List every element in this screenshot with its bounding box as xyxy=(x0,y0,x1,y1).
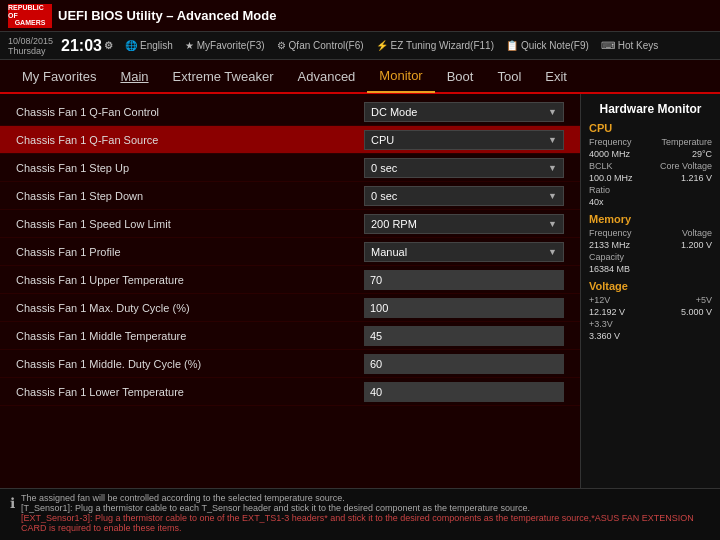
setting-row[interactable]: Chassis Fan 1 Max. Duty Cycle (%)100 xyxy=(0,294,580,322)
chevron-down-icon: ▼ xyxy=(548,219,557,229)
setting-row[interactable]: Chassis Fan 1 Q-Fan SourceCPU▼ xyxy=(0,126,580,154)
top-bar: REPUBLIC OF GAMERS UEFI BIOS Utility – A… xyxy=(0,0,720,32)
note-icon: 📋 xyxy=(506,40,518,51)
setting-row[interactable]: Chassis Fan 1 Speed Low Limit200 RPM▼ xyxy=(0,210,580,238)
setting-value[interactable]: 40 xyxy=(364,382,564,402)
setting-label: Chassis Fan 1 Speed Low Limit xyxy=(16,218,364,230)
info-icon: ℹ xyxy=(10,495,15,540)
hardware-monitor-panel: Hardware Monitor CPU Frequency Temperatu… xyxy=(580,94,720,488)
bios-title: UEFI BIOS Utility – Advanced Mode xyxy=(58,8,276,23)
volt-33-label: +3.3V xyxy=(589,319,712,329)
setting-dropdown[interactable]: 0 sec▼ xyxy=(364,158,564,178)
setting-value[interactable]: 60 xyxy=(364,354,564,374)
setting-label: Chassis Fan 1 Q-Fan Source xyxy=(16,134,364,146)
info-bar: ℹ The assigned fan will be controlled ac… xyxy=(0,488,720,540)
time-bar: 10/08/2015 Thursday 21:03 ⚙ 🌐 English ★ … xyxy=(0,32,720,60)
star-icon: ★ xyxy=(185,40,194,51)
cpu-bclk-voltage-labels: BCLK Core Voltage xyxy=(589,161,712,171)
mem-freq-voltage-labels: Frequency Voltage xyxy=(589,228,712,238)
setting-row[interactable]: Chassis Fan 1 Lower Temperature40 xyxy=(0,378,580,406)
chevron-down-icon: ▼ xyxy=(548,191,557,201)
hot-keys-btn[interactable]: ⌨ Hot Keys xyxy=(601,40,659,51)
main-area: Chassis Fan 1 Q-Fan ControlDC Mode▼Chass… xyxy=(0,94,720,488)
setting-dropdown[interactable]: 200 RPM▼ xyxy=(364,214,564,234)
settings-gear-icon[interactable]: ⚙ xyxy=(104,40,113,51)
setting-value[interactable]: 100 xyxy=(364,298,564,318)
setting-row[interactable]: Chassis Fan 1 Q-Fan ControlDC Mode▼ xyxy=(0,98,580,126)
memory-section-title: Memory xyxy=(589,213,712,225)
setting-value[interactable]: 45 xyxy=(364,326,564,346)
voltage-section-title: Voltage xyxy=(589,280,712,292)
setting-dropdown[interactable]: Manual▼ xyxy=(364,242,564,262)
info-text: The assigned fan will be controlled acco… xyxy=(21,493,710,540)
nav-exit[interactable]: Exit xyxy=(533,59,579,93)
volt-12-5-values: 12.192 V 5.000 V xyxy=(589,307,712,317)
nav-advanced[interactable]: Advanced xyxy=(286,59,368,93)
setting-dropdown[interactable]: 0 sec▼ xyxy=(364,186,564,206)
setting-label: Chassis Fan 1 Profile xyxy=(16,246,364,258)
cpu-freq-temp-labels: Frequency Temperature xyxy=(589,137,712,147)
asus-logo: REPUBLIC OF GAMERS xyxy=(8,4,52,28)
keyboard-icon: ⌨ xyxy=(601,40,615,51)
nav-tool[interactable]: Tool xyxy=(485,59,533,93)
quick-note-btn[interactable]: 📋 Quick Note(F9) xyxy=(506,40,589,51)
ez-icon: ⚡ xyxy=(376,40,388,51)
language-selector[interactable]: 🌐 English xyxy=(125,40,173,51)
cpu-ratio-value: 40x xyxy=(589,197,712,207)
setting-label: Chassis Fan 1 Step Up xyxy=(16,162,364,174)
mem-freq-voltage-values: 2133 MHz 1.200 V xyxy=(589,240,712,250)
setting-row[interactable]: Chassis Fan 1 Middle Temperature45 xyxy=(0,322,580,350)
setting-label: Chassis Fan 1 Middle. Duty Cycle (%) xyxy=(16,358,364,370)
cpu-bclk-voltage-values: 100.0 MHz 1.216 V xyxy=(589,173,712,183)
cpu-section-title: CPU xyxy=(589,122,712,134)
nav-my-favorites[interactable]: My Favorites xyxy=(10,59,108,93)
setting-label: Chassis Fan 1 Middle Temperature xyxy=(16,330,364,342)
my-favorite-btn[interactable]: ★ MyFavorite(F3) xyxy=(185,40,265,51)
qfan-control-btn[interactable]: ⚙ Qfan Control(F6) xyxy=(277,40,364,51)
setting-dropdown[interactable]: CPU▼ xyxy=(364,130,564,150)
setting-label: Chassis Fan 1 Upper Temperature xyxy=(16,274,364,286)
nav-boot[interactable]: Boot xyxy=(435,59,486,93)
setting-label: Chassis Fan 1 Q-Fan Control xyxy=(16,106,364,118)
nav-main[interactable]: Main xyxy=(108,59,160,93)
chevron-down-icon: ▼ xyxy=(548,135,557,145)
settings-list: Chassis Fan 1 Q-Fan ControlDC Mode▼Chass… xyxy=(0,94,580,488)
setting-row[interactable]: Chassis Fan 1 Step Up0 sec▼ xyxy=(0,154,580,182)
ez-tuning-btn[interactable]: ⚡ EZ Tuning Wizard(F11) xyxy=(376,40,494,51)
setting-dropdown[interactable]: DC Mode▼ xyxy=(364,102,564,122)
mem-capacity-label: Capacity xyxy=(589,252,712,262)
nav-bar: My Favorites Main Extreme Tweaker Advanc… xyxy=(0,60,720,94)
volt-33-value: 3.360 V xyxy=(589,331,712,341)
nav-extreme-tweaker[interactable]: Extreme Tweaker xyxy=(161,59,286,93)
chevron-down-icon: ▼ xyxy=(548,247,557,257)
setting-label: Chassis Fan 1 Max. Duty Cycle (%) xyxy=(16,302,364,314)
chevron-down-icon: ▼ xyxy=(548,163,557,173)
setting-row[interactable]: Chassis Fan 1 ProfileManual▼ xyxy=(0,238,580,266)
setting-row[interactable]: Chassis Fan 1 Upper Temperature70 xyxy=(0,266,580,294)
time-display: 21:03 ⚙ xyxy=(61,37,113,55)
nav-monitor[interactable]: Monitor xyxy=(367,59,434,93)
mem-capacity-value: 16384 MB xyxy=(589,264,712,274)
cpu-freq-temp-values: 4000 MHz 29°C xyxy=(589,149,712,159)
fan-icon: ⚙ xyxy=(277,40,286,51)
globe-icon: 🌐 xyxy=(125,40,137,51)
setting-row[interactable]: Chassis Fan 1 Middle. Duty Cycle (%)60 xyxy=(0,350,580,378)
setting-row[interactable]: Chassis Fan 1 Step Down0 sec▼ xyxy=(0,182,580,210)
logo-area: REPUBLIC OF GAMERS UEFI BIOS Utility – A… xyxy=(8,4,276,28)
date-display: 10/08/2015 Thursday xyxy=(8,36,53,56)
setting-value[interactable]: 70 xyxy=(364,270,564,290)
chevron-down-icon: ▼ xyxy=(548,107,557,117)
setting-label: Chassis Fan 1 Lower Temperature xyxy=(16,386,364,398)
hardware-monitor-title: Hardware Monitor xyxy=(589,102,712,116)
cpu-ratio-label: Ratio xyxy=(589,185,712,195)
setting-label: Chassis Fan 1 Step Down xyxy=(16,190,364,202)
volt-12-5-labels: +12V +5V xyxy=(589,295,712,305)
